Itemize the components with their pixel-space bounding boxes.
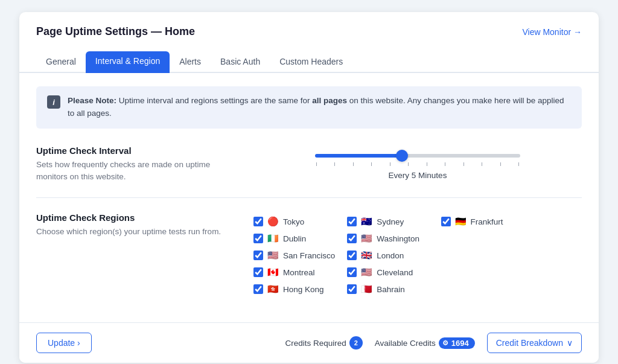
region-frankfurt-checkbox[interactable] <box>441 217 451 226</box>
tick-12 <box>518 162 519 166</box>
credit-breakdown-label: Credit Breakdown <box>496 338 563 348</box>
region-hong-kong-label: Hong Kong <box>283 285 324 294</box>
region-dublin-label: Dublin <box>283 234 306 243</box>
region-sydney-flag: 🇦🇺 <box>361 216 372 227</box>
region-sydney-checkbox[interactable] <box>347 217 357 226</box>
region-montreal[interactable]: 🇨🇦 Montreal <box>253 267 335 278</box>
region-dublin-flag: 🇮🇪 <box>267 233 279 244</box>
region-london-label: London <box>377 251 404 260</box>
interval-title: Uptime Check Interval <box>36 145 229 156</box>
slider-ticks <box>315 162 520 166</box>
region-tokyo[interactable]: 🔴 Tokyo <box>253 216 335 227</box>
region-montreal-checkbox[interactable] <box>253 267 263 277</box>
region-cleveland-flag: 🇺🇸 <box>361 267 372 278</box>
tick-9 <box>464 162 464 166</box>
region-cleveland[interactable]: 🇺🇸 Cleveland <box>347 267 428 278</box>
interval-slider[interactable] <box>315 154 520 158</box>
region-hong-kong-flag: 🇭🇰 <box>267 284 279 295</box>
interval-section: Uptime Check Interval Sets how frequentl… <box>36 145 582 199</box>
tab-basic-auth[interactable]: Basic Auth <box>211 51 270 73</box>
interval-control: Every 5 Minutes <box>253 145 582 180</box>
notice-text-1: Uptime interval and regions settings are… <box>119 96 312 105</box>
notice-box: i Please Note: Uptime interval and regio… <box>36 86 582 129</box>
view-monitor-link[interactable]: View Monitor → <box>522 27 582 37</box>
credits-required-badge: Credits Required 2 <box>285 336 362 350</box>
tabs-bar: General Interval & Region Alerts Basic A… <box>19 42 599 73</box>
region-london-checkbox[interactable] <box>347 251 357 260</box>
settings-card: Page Uptime Settings — Home View Monitor… <box>19 12 599 363</box>
regions-control: 🔴 Tokyo 🇦🇺 Sydney 🇩🇪 Frankfurt <box>253 212 582 295</box>
region-bahrain-label: Bahrain <box>377 285 405 294</box>
credit-breakdown-button[interactable]: Credit Breakdown ∨ <box>487 333 582 353</box>
interval-description: Sets how frequently checks are made on u… <box>36 159 229 184</box>
regions-title: Uptime Check Regions <box>36 212 229 223</box>
tick-10 <box>482 162 482 166</box>
region-washington-label: Washington <box>377 234 419 243</box>
credits-available-label: Available Credits <box>375 339 436 348</box>
region-cleveland-checkbox[interactable] <box>347 267 357 277</box>
notice-text: Please Note: Uptime interval and regions… <box>68 95 571 120</box>
credits-available-badge: Available Credits ⚙ 1694 <box>375 337 475 349</box>
card-footer: Update › Credits Required 2 Available Cr… <box>19 322 599 363</box>
region-sydney-label: Sydney <box>377 217 404 226</box>
region-san-francisco[interactable]: 🇺🇸 San Francisco <box>253 250 335 261</box>
tick-5 <box>390 162 390 166</box>
region-bahrain-checkbox[interactable] <box>347 284 357 294</box>
tab-interval-region[interactable]: Interval & Region <box>86 51 170 73</box>
footer-right: Credits Required 2 Available Credits ⚙ 1… <box>285 333 582 353</box>
tick-4 <box>371 162 372 166</box>
credits-required-label: Credits Required <box>285 339 346 348</box>
credits-available-value: ⚙ 1694 <box>439 337 475 349</box>
notice-bold-text: all pages <box>312 96 347 105</box>
region-frankfurt-label: Frankfurt <box>471 217 503 226</box>
region-dublin[interactable]: 🇮🇪 Dublin <box>253 233 335 244</box>
interval-label: Uptime Check Interval Sets how frequentl… <box>36 145 229 184</box>
info-icon: i <box>47 95 60 109</box>
region-washington[interactable]: 🇺🇸 Washington <box>347 233 428 244</box>
region-tokyo-flag: 🔴 <box>267 216 279 227</box>
region-bahrain[interactable]: 🇧🇭 Bahrain <box>347 284 428 295</box>
regions-grid: 🔴 Tokyo 🇦🇺 Sydney 🇩🇪 Frankfurt <box>253 216 523 295</box>
card-body: i Please Note: Uptime interval and regio… <box>19 73 599 322</box>
region-washington-flag: 🇺🇸 <box>361 233 372 244</box>
region-san-francisco-checkbox[interactable] <box>253 251 263 260</box>
tick-7 <box>427 162 427 166</box>
update-button[interactable]: Update › <box>36 333 92 353</box>
tick-11 <box>500 162 501 166</box>
region-tokyo-label: Tokyo <box>283 217 304 226</box>
region-london-flag: 🇬🇧 <box>361 250 372 261</box>
region-hong-kong[interactable]: 🇭🇰 Hong Kong <box>253 284 335 295</box>
region-dublin-checkbox[interactable] <box>253 234 263 243</box>
region-montreal-flag: 🇨🇦 <box>267 267 279 278</box>
tick-6 <box>408 162 409 166</box>
slider-wrapper <box>315 149 520 166</box>
region-bahrain-flag: 🇧🇭 <box>361 284 372 295</box>
region-montreal-label: Montreal <box>283 268 315 277</box>
region-sydney[interactable]: 🇦🇺 Sydney <box>347 216 428 227</box>
region-hong-kong-checkbox[interactable] <box>253 284 263 294</box>
tab-general[interactable]: General <box>36 51 86 73</box>
region-san-francisco-flag: 🇺🇸 <box>267 250 279 261</box>
region-frankfurt[interactable]: 🇩🇪 Frankfurt <box>441 216 523 227</box>
notice-bold-prefix: Please Note: <box>68 96 116 105</box>
regions-description: Choose which region(s) your uptime tests… <box>36 226 229 238</box>
tick-3 <box>353 162 354 166</box>
page-title: Page Uptime Settings — Home <box>36 25 195 38</box>
tab-custom-headers[interactable]: Custom Headers <box>270 51 352 73</box>
region-cleveland-label: Cleveland <box>377 268 413 277</box>
tick-2 <box>334 162 335 166</box>
slider-value-label: Every 5 Minutes <box>389 171 447 180</box>
region-tokyo-checkbox[interactable] <box>253 217 263 226</box>
tick-8 <box>445 162 445 166</box>
credits-available-icon: ⚙ <box>442 339 448 347</box>
card-header: Page Uptime Settings — Home View Monitor… <box>19 12 599 38</box>
region-frankfurt-flag: 🇩🇪 <box>455 216 467 227</box>
chevron-down-icon: ∨ <box>567 338 573 348</box>
tick-1 <box>316 162 317 166</box>
credits-required-value: 2 <box>349 336 363 350</box>
tab-alerts[interactable]: Alerts <box>170 51 211 73</box>
region-washington-checkbox[interactable] <box>347 234 357 243</box>
region-san-francisco-label: San Francisco <box>283 251 335 260</box>
region-london[interactable]: 🇬🇧 London <box>347 250 428 261</box>
regions-label: Uptime Check Regions Choose which region… <box>36 212 229 238</box>
